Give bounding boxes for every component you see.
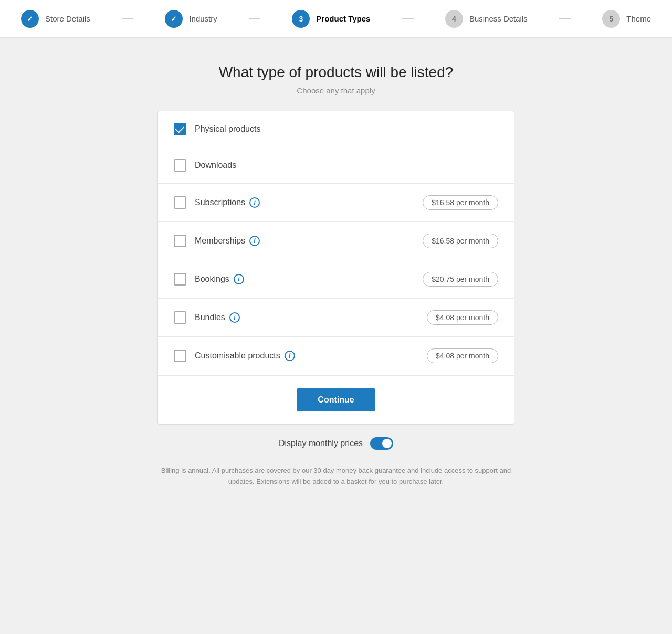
step-label-industry: Industry bbox=[189, 14, 217, 23]
step-label-product-types: Product Types bbox=[316, 14, 370, 23]
step-store-details[interactable]: ✓Store Details bbox=[21, 10, 90, 28]
product-row-memberships[interactable]: Membershipsi$16.58 per month bbox=[158, 222, 514, 260]
step-label-theme: Theme bbox=[626, 14, 651, 23]
product-row-physical[interactable]: Physical products bbox=[158, 111, 514, 147]
checkbox-physical[interactable] bbox=[174, 123, 186, 135]
step-icon-industry: ✓ bbox=[165, 10, 183, 28]
monthly-prices-toggle[interactable] bbox=[370, 437, 393, 450]
step-theme[interactable]: 5Theme bbox=[602, 10, 651, 28]
toggle-row: Display monthly prices bbox=[279, 437, 393, 450]
step-industry[interactable]: ✓Industry bbox=[165, 10, 217, 28]
label-bookings: Bookingsi bbox=[195, 274, 423, 284]
checkbox-bundles[interactable] bbox=[174, 311, 186, 324]
step-divider bbox=[122, 18, 134, 19]
checkbox-memberships[interactable] bbox=[174, 235, 186, 247]
product-types-card: Physical productsDownloadsSubscriptionsi… bbox=[158, 111, 514, 425]
step-divider bbox=[249, 18, 261, 19]
main-content: What type of products will be listed? Ch… bbox=[0, 38, 672, 509]
checkbox-customisable[interactable] bbox=[174, 350, 186, 362]
checkbox-downloads[interactable] bbox=[174, 159, 186, 172]
product-row-bookings[interactable]: Bookingsi$20.75 per month bbox=[158, 260, 514, 299]
label-subscriptions: Subscriptionsi bbox=[195, 197, 423, 208]
page-subtitle: Choose any that apply bbox=[297, 86, 375, 95]
stepper: ✓Store Details✓Industry3Product Types4Bu… bbox=[0, 0, 672, 38]
product-row-customisable[interactable]: Customisable productsi$4.08 per month bbox=[158, 337, 514, 375]
step-label-store-details: Store Details bbox=[45, 14, 90, 23]
info-icon-customisable[interactable]: i bbox=[285, 351, 295, 361]
info-icon-memberships[interactable]: i bbox=[249, 236, 260, 246]
info-icon-subscriptions[interactable]: i bbox=[249, 197, 260, 208]
step-icon-product-types: 3 bbox=[292, 10, 310, 28]
toggle-knob bbox=[382, 439, 392, 448]
product-row-bundles[interactable]: Bundlesi$4.08 per month bbox=[158, 299, 514, 337]
checkbox-subscriptions[interactable] bbox=[174, 196, 186, 209]
step-label-business-details: Business Details bbox=[469, 14, 528, 23]
step-business-details[interactable]: 4Business Details bbox=[445, 10, 528, 28]
step-product-types[interactable]: 3Product Types bbox=[292, 10, 370, 28]
price-badge-bundles: $4.08 per month bbox=[427, 310, 498, 325]
price-badge-customisable: $4.08 per month bbox=[427, 348, 498, 363]
product-row-subscriptions[interactable]: Subscriptionsi$16.58 per month bbox=[158, 184, 514, 222]
step-divider bbox=[559, 18, 571, 19]
toggle-label: Display monthly prices bbox=[279, 439, 363, 448]
continue-button[interactable]: Continue bbox=[297, 388, 375, 411]
product-row-downloads[interactable]: Downloads bbox=[158, 147, 514, 184]
label-memberships: Membershipsi bbox=[195, 236, 423, 246]
step-divider bbox=[402, 18, 414, 19]
price-badge-memberships: $16.58 per month bbox=[423, 234, 498, 248]
label-customisable: Customisable productsi bbox=[195, 351, 427, 361]
continue-row: Continue bbox=[158, 375, 514, 424]
label-bundles: Bundlesi bbox=[195, 312, 427, 323]
page-title: What type of products will be listed? bbox=[219, 64, 454, 81]
footer-note: Billing is annual. All purchases are cov… bbox=[158, 466, 514, 488]
info-icon-bookings[interactable]: i bbox=[234, 274, 244, 284]
checkbox-bookings[interactable] bbox=[174, 273, 186, 286]
step-icon-business-details: 4 bbox=[445, 10, 463, 28]
info-icon-bundles[interactable]: i bbox=[229, 312, 240, 323]
price-badge-bookings: $20.75 per month bbox=[423, 272, 498, 287]
label-physical: Physical products bbox=[195, 124, 498, 134]
step-icon-theme: 5 bbox=[602, 10, 620, 28]
step-icon-store-details: ✓ bbox=[21, 10, 39, 28]
price-badge-subscriptions: $16.58 per month bbox=[423, 195, 498, 210]
label-downloads: Downloads bbox=[195, 161, 498, 170]
